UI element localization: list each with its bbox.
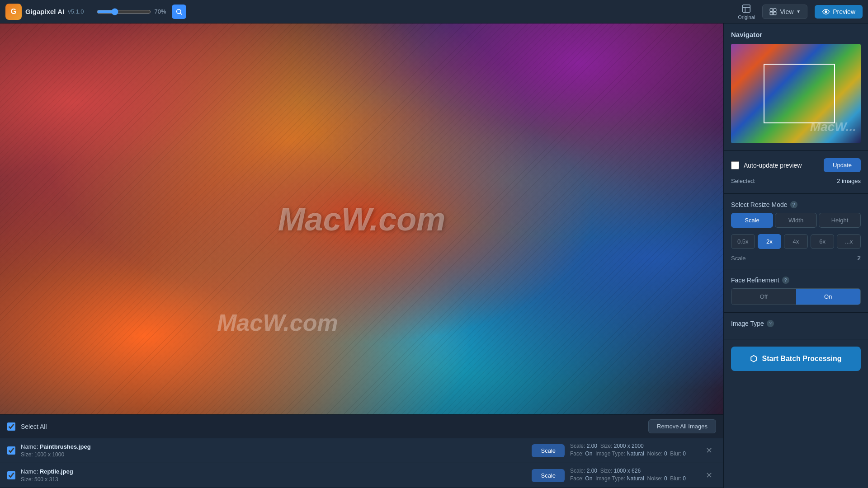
navigator-section: Navigator MacW... (724, 23, 868, 151)
scale-custom-button[interactable]: ...x (837, 234, 861, 249)
preview-button[interactable]: Preview (815, 5, 863, 19)
item-2-checkbox[interactable] (7, 471, 15, 479)
svg-rect-2 (743, 5, 750, 12)
topbar-right: Original View ▼ Preview (738, 4, 863, 20)
auto-update-section: Auto-update preview Update Selected: 2 i… (724, 151, 868, 194)
batch-icon: ⬡ (750, 354, 757, 364)
selected-count: 2 images (837, 178, 861, 184)
selected-label: Selected: (731, 178, 755, 184)
scale-4x-button[interactable]: 4x (784, 234, 808, 249)
main-preview-image: MacW.com MacW.com (0, 23, 723, 414)
svg-line-1 (180, 13, 182, 15)
image-type-title: Image Type ? (731, 320, 861, 327)
item-2-remove-button[interactable]: ✕ (702, 469, 716, 482)
resize-mode-title: Select Resize Mode ? (731, 201, 861, 208)
scale-row: Scale 2 (731, 254, 861, 262)
scale-2x-button[interactable]: 2x (758, 234, 782, 249)
original-button[interactable]: Original (738, 4, 755, 20)
face-refinement-title: Face Refinement ? (731, 277, 861, 284)
brush-texture (0, 23, 723, 414)
face-refinement-toggle: Off On (731, 288, 861, 305)
scale-6x-button[interactable]: 6x (811, 234, 835, 249)
item-1-checkbox[interactable] (7, 446, 15, 455)
item-1-remove-button[interactable]: ✕ (702, 444, 716, 457)
zoom-area: 70% (97, 5, 186, 19)
view-button[interactable]: View ▼ (762, 5, 807, 19)
item-1-size: Size: 1000 x 1000 (21, 451, 526, 458)
item-1-scale-button[interactable]: Scale (532, 444, 565, 457)
item-1-details: Scale: 2.00 Size: 2000 x 2000 Face: On I… (570, 443, 697, 458)
update-button[interactable]: Update (824, 158, 861, 172)
mode-scale-button[interactable]: Scale (731, 213, 773, 228)
remove-all-button[interactable]: Remove All Images (648, 419, 716, 433)
selected-info: Selected: 2 images (731, 178, 861, 184)
item-1-info: Name: Paintbrushes.jpeg Size: 1000 x 100… (21, 443, 526, 458)
image-type-help-icon[interactable]: ? (767, 320, 774, 327)
start-batch-button[interactable]: ⬡ Start Batch Processing (731, 347, 861, 371)
item-2-info: Name: Reptile.jpeg Size: 500 x 313 (21, 468, 526, 483)
navigator-viewport-box (764, 64, 835, 123)
image-type-section: Image Type ? (724, 313, 868, 339)
item-2-size: Size: 500 x 313 (21, 476, 526, 483)
svg-point-0 (176, 9, 180, 13)
mode-width-button[interactable]: Width (775, 213, 817, 228)
view-chevron-icon: ▼ (796, 9, 801, 14)
face-refinement-off-button[interactable]: Off (731, 289, 796, 305)
auto-update-label: Auto-update preview (744, 162, 802, 169)
select-all-label: Select All (21, 423, 47, 430)
navigator-thumbnail[interactable]: MacW... (731, 44, 861, 143)
image-viewport[interactable]: MacW.com MacW.com (0, 23, 723, 414)
face-refinement-section: Face Refinement ? Off On (724, 269, 868, 313)
zoom-search-button[interactable] (172, 5, 186, 19)
zoom-slider[interactable] (97, 8, 151, 15)
original-label: Original (738, 14, 755, 20)
app-version: v5.1.0 (68, 8, 84, 15)
image-item: Name: Reptile.jpeg Size: 500 x 313 Scale… (0, 463, 723, 488)
select-all-checkbox[interactable] (7, 422, 15, 431)
preview-label: Preview (833, 8, 855, 15)
mode-height-button[interactable]: Height (819, 213, 861, 228)
resize-mode-help-icon[interactable]: ? (790, 201, 797, 208)
image-item: Name: Paintbrushes.jpeg Size: 1000 x 100… (0, 438, 723, 463)
start-batch-label: Start Batch Processing (762, 355, 841, 363)
main-layout: MacW.com MacW.com Select All Remove All … (0, 23, 868, 488)
topbar: G Gigapixel AI v5.1.0 70% Original (0, 0, 868, 23)
item-2-details: Scale: 2.00 Size: 1000 x 626 Face: On Im… (570, 468, 697, 483)
right-panel: Navigator MacW... Auto-update preview Up… (723, 23, 868, 488)
svg-rect-5 (770, 12, 773, 14)
navigator-title: Navigator (731, 31, 861, 38)
app-title: Gigapixel AI (25, 8, 64, 15)
scale-label: Scale (731, 255, 746, 262)
scale-0-5x-button[interactable]: 0.5x (731, 234, 755, 249)
auto-update-checkbox[interactable] (731, 161, 739, 169)
app-logo-icon: G (5, 4, 22, 20)
zoom-label: 70% (155, 8, 168, 15)
auto-update-row: Auto-update preview Update (731, 158, 861, 172)
item-2-scale-button[interactable]: Scale (532, 469, 565, 482)
item-2-name: Name: Reptile.jpeg (21, 468, 526, 475)
mode-buttons: Scale Width Height (731, 213, 861, 228)
face-refinement-on-button[interactable]: On (796, 289, 861, 305)
image-list: Select All Remove All Images Name: Paint… (0, 414, 723, 488)
logo-area: G Gigapixel AI v5.1.0 (5, 4, 84, 20)
nav-watermark: MacW... (810, 120, 856, 134)
svg-rect-4 (774, 9, 776, 11)
list-header: Select All Remove All Images (0, 415, 723, 438)
svg-point-7 (825, 10, 827, 13)
scale-options: 0.5x 2x 4x 6x ...x (731, 234, 861, 249)
scale-value: 2 (857, 254, 861, 262)
item-1-name: Name: Paintbrushes.jpeg (21, 443, 526, 450)
image-area: MacW.com MacW.com Select All Remove All … (0, 23, 723, 488)
resize-mode-section: Select Resize Mode ? Scale Width Height … (724, 194, 868, 269)
view-label: View (780, 8, 793, 15)
svg-rect-3 (770, 9, 773, 11)
face-refinement-help-icon[interactable]: ? (782, 277, 789, 284)
svg-rect-6 (774, 12, 776, 14)
